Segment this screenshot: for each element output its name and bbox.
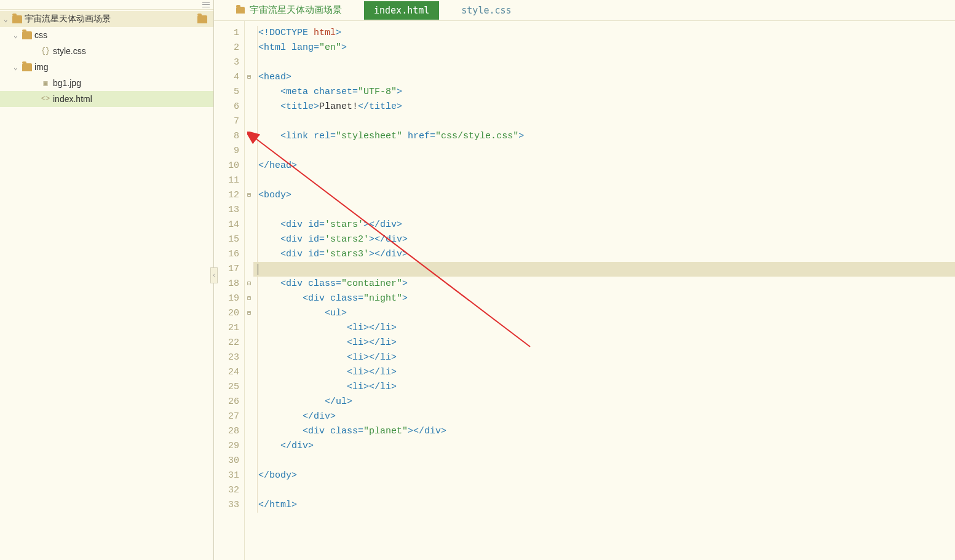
sidebar-collapse-handle[interactable]: ‹	[210, 267, 218, 283]
fold-marker[interactable]: ⊟	[245, 188, 253, 203]
fold-marker	[245, 424, 253, 439]
tab-style-css[interactable]: style.css	[451, 1, 521, 20]
fold-marker	[245, 41, 253, 55]
fold-marker	[245, 232, 253, 247]
code-line[interactable]: <div class="planet"></div>	[257, 424, 955, 439]
fold-gutter: ⊟⊟⊟⊟⊟	[245, 21, 253, 560]
line-number: 24	[214, 365, 239, 380]
code-line[interactable]	[257, 454, 955, 468]
line-number: 5	[214, 85, 239, 100]
breadcrumb-label: 宇宙流星天体动画场景	[250, 4, 342, 16]
code-line[interactable]: <li></li>	[257, 336, 955, 350]
code-line[interactable]	[253, 262, 955, 277]
hamburger-icon[interactable]	[202, 2, 210, 7]
fold-marker[interactable]: ⊟	[245, 291, 253, 306]
tree-item-css[interactable]: ⌄css	[0, 27, 213, 43]
line-number: 10	[214, 159, 239, 173]
fold-marker	[245, 468, 253, 483]
code-line[interactable]	[257, 203, 955, 218]
line-number: 29	[214, 439, 239, 454]
tree-item-label: index.html	[53, 94, 92, 104]
code-line[interactable]	[257, 483, 955, 498]
fold-marker	[245, 55, 253, 70]
code-line[interactable]: <html lang="en">	[257, 41, 955, 55]
code-content[interactable]: <!DOCTYPE html><html lang="en"><head> <m…	[253, 21, 955, 560]
fold-marker	[245, 395, 253, 409]
line-number: 19	[214, 291, 239, 306]
fold-marker[interactable]: ⊟	[245, 277, 253, 291]
fold-marker	[245, 85, 253, 100]
code-line[interactable]: </body>	[257, 468, 955, 483]
code-line[interactable]	[257, 173, 955, 188]
code-line[interactable]: </div>	[257, 439, 955, 454]
code-line[interactable]: </div>	[257, 409, 955, 424]
tab-label: index.html	[374, 5, 429, 16]
code-line[interactable]: <li></li>	[257, 321, 955, 336]
code-line[interactable]: <div class="container">	[257, 277, 955, 291]
fold-marker	[245, 159, 253, 173]
code-line[interactable]: <meta charset="UTF-8">	[257, 85, 955, 100]
line-number: 8	[214, 129, 239, 144]
tree-root[interactable]: ⌄ 宇宙流星天体动画场景	[0, 11, 213, 27]
code-line[interactable]: <div id='stars2'></div>	[257, 232, 955, 247]
tab-index-html[interactable]: index.html	[364, 1, 439, 20]
fold-marker	[245, 100, 253, 114]
code-line[interactable]: </html>	[257, 498, 955, 513]
fold-marker	[245, 380, 253, 395]
file-tree: ⌄ 宇宙流星天体动画场景 ⌄css{}style.css⌄img▣bg1.jpg…	[0, 10, 213, 107]
editor-area: 宇宙流星天体动画场景 index.html style.css 12345678…	[214, 0, 955, 560]
fold-marker[interactable]: ⊟	[245, 70, 253, 85]
line-number: 21	[214, 321, 239, 336]
line-number: 27	[214, 409, 239, 424]
fold-marker	[245, 203, 253, 218]
sidebar-top-bar	[0, 0, 213, 10]
code-line[interactable]: <ul>	[257, 306, 955, 321]
code-line[interactable]: </head>	[257, 159, 955, 173]
fold-marker[interactable]: ⊟	[245, 306, 253, 321]
code-line[interactable]: <head>	[257, 70, 955, 85]
line-number: 33	[214, 498, 239, 513]
fold-marker	[245, 365, 253, 380]
line-number: 2	[214, 41, 239, 55]
line-number: 28	[214, 424, 239, 439]
fold-marker	[245, 350, 253, 365]
code-line[interactable]: <title>Planet!</title>	[257, 100, 955, 114]
code-line[interactable]	[257, 55, 955, 70]
code-line[interactable]: <li></li>	[257, 365, 955, 380]
fold-marker	[245, 439, 253, 454]
code-line[interactable]: <!DOCTYPE html>	[257, 26, 955, 41]
tree-item-index-html[interactable]: <>index.html	[0, 91, 213, 107]
code-editor[interactable]: 1234567891011121314151617181920212223242…	[214, 21, 955, 560]
fold-marker	[245, 321, 253, 336]
line-number: 4	[214, 70, 239, 85]
code-line[interactable]: <li></li>	[257, 350, 955, 365]
css-file-icon: {}	[41, 47, 50, 55]
code-line[interactable]: <body>	[257, 188, 955, 203]
fold-marker	[245, 173, 253, 188]
code-line[interactable]	[257, 144, 955, 159]
tree-item-style-css[interactable]: {}style.css	[0, 43, 213, 59]
tree-item-img[interactable]: ⌄img	[0, 59, 213, 75]
line-number: 7	[214, 114, 239, 129]
line-number: 13	[214, 203, 239, 218]
fold-marker	[245, 247, 253, 262]
code-line[interactable]: <div id='stars'></div>	[257, 218, 955, 232]
html-file-icon: <>	[41, 95, 50, 103]
code-line[interactable]: <div id='stars3'></div>	[257, 247, 955, 262]
code-line[interactable]	[257, 114, 955, 129]
editor-tabs: 宇宙流星天体动画场景 index.html style.css	[214, 0, 955, 21]
tree-item-bg1-jpg[interactable]: ▣bg1.jpg	[0, 75, 213, 91]
code-line[interactable]: <link rel="stylesheet" href="css/style.c…	[257, 129, 955, 144]
image-file-icon: ▣	[41, 79, 50, 87]
breadcrumb-tab[interactable]: 宇宙流星天体动画场景	[226, 1, 352, 20]
line-number: 6	[214, 100, 239, 114]
code-line[interactable]: <div class="night">	[257, 291, 955, 306]
fold-marker	[245, 144, 253, 159]
fold-marker	[245, 218, 253, 232]
line-number: 18	[214, 277, 239, 291]
line-number: 17	[214, 262, 239, 277]
fold-marker	[245, 262, 253, 277]
line-number: 3	[214, 55, 239, 70]
code-line[interactable]: </ul>	[257, 395, 955, 409]
code-line[interactable]: <li></li>	[257, 380, 955, 395]
